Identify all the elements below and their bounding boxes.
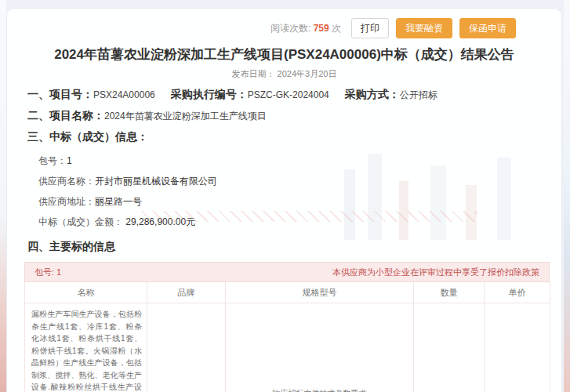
package-number-value: 1	[67, 155, 72, 166]
package-notice-bar: 包号: 1 本供应商为小型企业在评审过程中享受了报价扣除政策	[24, 262, 550, 282]
col-header-brand: 品牌	[147, 282, 226, 303]
background-photo-right-edge	[564, 0, 570, 392]
col-header-unit-price: 单价	[485, 282, 550, 303]
award-amount-label: 中标（成交）金额：	[38, 216, 123, 227]
supplier-name-label: 供应商名称：	[38, 176, 95, 187]
page-title: 2024年苗薯农业淀粉深加工生产线项目(PSX24A00006)中标（成交）结果…	[38, 45, 530, 64]
guarantee-apply-button[interactable]: 保函申请	[459, 18, 516, 38]
cell-brand: -	[147, 303, 226, 392]
supplier-address-line: 供应商地址：丽星路一号	[38, 191, 561, 212]
procurement-method-label: 采购方式：	[345, 88, 400, 100]
supplier-name-value: 开封市丽星机械设备有限公司	[95, 176, 217, 187]
package-number-line: 包号：1	[38, 151, 561, 171]
supplier-address-value: 丽星路一号	[95, 196, 142, 207]
announcement-card: 阅读次数: 759 次 打印 我要融资 保函申请 2024年苗薯农业淀粉深加工生…	[6, 8, 562, 392]
section-project-name: 二、项目名称：2024年苗薯农业淀粉深加工生产线项目	[27, 109, 561, 123]
toolbar: 阅读次数: 759 次 打印 我要融资 保函申请	[7, 9, 561, 38]
award-amount-value: 29,286,900.00元	[125, 216, 195, 227]
package-number-label: 包号：	[38, 155, 67, 166]
award-info-details: 包号：1 供应商名称：开封市丽星机械设备有限公司 供应商地址：丽星路一号 中标（…	[38, 151, 561, 232]
background-photo-left-edge	[0, 0, 6, 392]
publish-date: 发布日期： 2024年3月20日	[7, 68, 561, 80]
read-count-unit: 次	[332, 23, 341, 34]
cell-spec: 响应招标文件技术参数要求	[226, 303, 414, 392]
col-header-quantity: 数量	[414, 282, 485, 303]
section-project-number: 一、项目号：PSX24A00006采购执行编号：PSZC-GK-2024004采…	[27, 88, 561, 102]
cell-quantity: -	[414, 303, 485, 392]
read-count: 阅读次数: 759 次	[270, 22, 341, 35]
supplier-address-label: 供应商地址：	[38, 196, 95, 207]
project-number-label: 一、项目号：	[27, 88, 93, 100]
project-number-value: PSX24A00006	[93, 89, 155, 100]
print-button[interactable]: 打印	[351, 18, 389, 38]
project-name-label: 二、项目名称：	[27, 109, 104, 122]
table-row: 漏粉生产车间生产设备，包括粉条生产线1套、冷库1套、粉条化冰线1套、粉条烘干线1…	[25, 303, 550, 392]
project-name-value: 2024年苗薯农业淀粉深加工生产线项目	[104, 111, 267, 122]
publish-date-value: 2024年3月20日	[278, 69, 337, 78]
subject-info-table: 名称 品牌 规格型号 数量 单价 漏粉生产车间生产设备，包括粉条生产线1套、冷库…	[24, 282, 550, 392]
package-bar-label: 包号: 1	[34, 267, 61, 278]
award-amount-line: 中标（成交）金额： 29,286,900.00元	[38, 212, 561, 232]
table-header-row: 名称 品牌 规格型号 数量 单价	[25, 282, 550, 303]
small-enterprise-policy-note: 本供应商为小型企业在评审过程中享受了报价扣除政策	[332, 267, 539, 278]
read-count-label: 阅读次数:	[270, 23, 310, 34]
supplier-name-line: 供应商名称：开封市丽星机械设备有限公司	[38, 171, 561, 191]
section-subject-info-heading: 四、主要标的信息	[27, 240, 561, 254]
cell-name: 漏粉生产车间生产设备，包括粉条生产线1套、冷库1套、粉条化冰线1套、粉条烘干线1…	[25, 303, 147, 392]
read-count-value: 759	[314, 23, 329, 34]
exec-number-label: 采购执行编号：	[171, 88, 248, 100]
procurement-method-value: 公开招标	[400, 89, 437, 100]
cell-unit-price: -	[485, 303, 550, 392]
col-header-name: 名称	[25, 282, 147, 303]
exec-number-value: PSZC-GK-2024004	[248, 89, 329, 100]
financing-button[interactable]: 我要融资	[396, 18, 452, 38]
publish-date-label: 发布日期：	[232, 69, 275, 78]
section-award-info-heading: 三、中标（成交）信息：	[27, 130, 561, 144]
col-header-spec: 规格型号	[226, 282, 414, 303]
